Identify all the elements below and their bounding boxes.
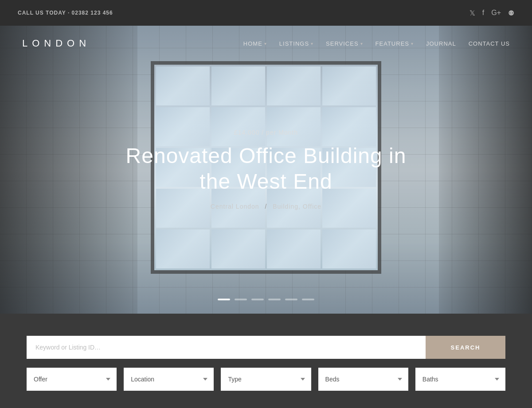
call-label: CALL US TODAY · bbox=[18, 10, 70, 16]
googleplus-icon[interactable]: G+ bbox=[491, 9, 501, 17]
top-bar: CALL US TODAY · 02382 123 456 𝕏 f G+ ⚉ bbox=[0, 0, 532, 26]
twitter-icon[interactable]: 𝕏 bbox=[469, 9, 475, 17]
search-input[interactable] bbox=[27, 336, 426, 359]
nav-item-home[interactable]: HOME ▾ bbox=[243, 40, 267, 47]
window-pane bbox=[211, 66, 265, 105]
nav-item-features[interactable]: FEATURES ▾ bbox=[376, 40, 414, 47]
window-pane bbox=[267, 66, 321, 105]
search-section: SEARCH Offer Location Type Beds Baths bbox=[0, 314, 532, 408]
nav-link-home[interactable]: HOME ▾ bbox=[243, 40, 267, 47]
offer-filter[interactable]: Offer bbox=[27, 368, 117, 391]
filter-row: Offer Location Type Beds Baths bbox=[27, 368, 505, 391]
hero-content: £14,000 / per Month Renovated Office Bui… bbox=[111, 129, 421, 210]
search-bar-row: SEARCH bbox=[27, 336, 505, 359]
beds-filter[interactable]: Beds bbox=[318, 368, 408, 391]
slider-dot-3[interactable] bbox=[251, 299, 264, 300]
type-filter[interactable]: Type bbox=[221, 368, 311, 391]
slider-dot-2[interactable] bbox=[235, 299, 247, 300]
navbar: LONDON HOME ▾ LISTINGS ▾ SERVICES ▾ bbox=[0, 26, 532, 61]
social-links: 𝕏 f G+ ⚉ bbox=[469, 9, 514, 17]
nav-link-contact[interactable]: CONTACT US bbox=[469, 40, 510, 47]
facebook-icon[interactable]: f bbox=[482, 9, 484, 17]
phone-number: 02382 123 456 bbox=[72, 10, 113, 16]
window-pane bbox=[322, 66, 376, 105]
slider-dot-1[interactable] bbox=[218, 299, 230, 300]
phone-info: CALL US TODAY · 02382 123 456 bbox=[18, 10, 113, 16]
chevron-down-icon: ▾ bbox=[411, 41, 414, 46]
nav-link-services[interactable]: SERVICES ▾ bbox=[326, 40, 363, 47]
hero-price: £14,000 / per Month bbox=[111, 129, 421, 136]
chevron-down-icon: ▾ bbox=[311, 41, 313, 46]
slider-dots bbox=[218, 299, 314, 300]
search-button[interactable]: SEARCH bbox=[426, 336, 505, 359]
subtitle-divider: / bbox=[265, 203, 267, 210]
window-pane bbox=[267, 229, 321, 268]
hero-tags: Building, Office bbox=[273, 203, 321, 210]
chevron-down-icon: ▾ bbox=[264, 41, 267, 46]
hero-section: LONDON HOME ▾ LISTINGS ▾ SERVICES ▾ bbox=[0, 26, 532, 314]
baths-filter[interactable]: Baths bbox=[415, 368, 505, 391]
chevron-down-icon: ▾ bbox=[360, 41, 363, 46]
site-logo[interactable]: LONDON bbox=[22, 38, 90, 49]
window-pane bbox=[211, 229, 265, 268]
window-pane bbox=[322, 229, 376, 268]
location-filter[interactable]: Location bbox=[124, 368, 214, 391]
hero-side-right bbox=[439, 26, 532, 314]
nav-item-journal[interactable]: JOURNAL bbox=[426, 40, 456, 47]
nav-menu: HOME ▾ LISTINGS ▾ SERVICES ▾ FEATURES bbox=[243, 40, 510, 47]
hero-location: Central London bbox=[211, 203, 259, 210]
hero-title: Renovated Office Building in the West En… bbox=[111, 143, 421, 194]
window-pane bbox=[156, 66, 210, 105]
nav-link-features[interactable]: FEATURES ▾ bbox=[376, 40, 414, 47]
hero-subtitle: Central London / Building, Office bbox=[111, 203, 421, 210]
slider-dot-6[interactable] bbox=[302, 299, 314, 300]
nav-item-contact[interactable]: CONTACT US bbox=[469, 40, 510, 47]
nav-item-services[interactable]: SERVICES ▾ bbox=[326, 40, 363, 47]
slider-dot-5[interactable] bbox=[285, 299, 297, 300]
window-pane bbox=[156, 229, 210, 268]
slider-dot-4[interactable] bbox=[268, 299, 281, 300]
other-social-icon[interactable]: ⚉ bbox=[508, 9, 514, 17]
nav-link-listings[interactable]: LISTINGS ▾ bbox=[279, 40, 313, 47]
nav-item-listings[interactable]: LISTINGS ▾ bbox=[279, 40, 313, 47]
nav-link-journal[interactable]: JOURNAL bbox=[426, 40, 456, 47]
